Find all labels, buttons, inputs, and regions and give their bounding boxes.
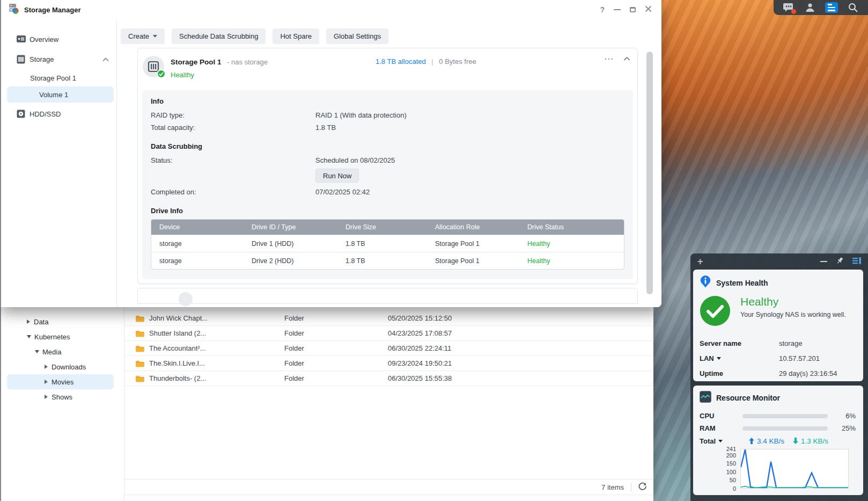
maximize-button[interactable] bbox=[630, 7, 636, 12]
col-allocation-role: Allocation Role bbox=[427, 220, 519, 235]
uptime-value: 29 day(s) 23:16:54 bbox=[779, 369, 857, 377]
widgets-icon-glyph bbox=[825, 2, 838, 13]
tree-item-media[interactable]: Media bbox=[0, 344, 124, 359]
health-description: Your Synology NAS is working well. bbox=[740, 310, 848, 320]
folder-icon bbox=[135, 345, 144, 352]
system-health-icon bbox=[700, 275, 711, 291]
storage-manager-window: Storage Manager ? Overview Storage bbox=[0, 0, 661, 307]
scrollbar-thumb[interactable] bbox=[646, 52, 653, 294]
total-capacity-value: 1.8 TB bbox=[315, 121, 624, 134]
file-row[interactable]: John Wick Chapt... Folder 05/20/2025 15:… bbox=[124, 311, 653, 326]
collapse-chevron-icon[interactable] bbox=[102, 55, 109, 63]
chart-plot bbox=[740, 449, 849, 489]
sidebar-item-storage[interactable]: Storage bbox=[0, 48, 116, 70]
file-modified: 04/23/2025 17:08:57 bbox=[388, 329, 653, 337]
resource-monitor-icon bbox=[700, 391, 711, 405]
completed-on-value: 07/02/2025 02:42 bbox=[315, 186, 624, 198]
cell-drive-status: Healthy bbox=[519, 252, 624, 269]
drive-info-table: Device Drive ID / Type Drive Size Alloca… bbox=[151, 219, 624, 270]
global-settings-button[interactable]: Global Settings bbox=[326, 28, 388, 44]
scrub-status-label: Status: bbox=[151, 154, 315, 166]
file-type: Folder bbox=[284, 344, 388, 352]
file-row[interactable]: Shutter Island (2... Folder 04/23/2025 1… bbox=[124, 326, 653, 341]
cell-allocation-role: Storage Pool 1 bbox=[427, 235, 519, 252]
titlebar[interactable]: Storage Manager ? bbox=[0, 0, 661, 19]
sidebar-item-overview[interactable]: Overview bbox=[0, 30, 116, 48]
col-drive-size: Drive Size bbox=[337, 220, 427, 235]
pool-subtitle: - nas storage bbox=[227, 58, 268, 66]
search-icon[interactable] bbox=[847, 2, 859, 13]
chart-y-tick: 0 bbox=[733, 485, 736, 492]
file-modified: 06/30/2025 22:24:11 bbox=[388, 344, 653, 352]
tree-item-kubernetes[interactable]: Kubernetes bbox=[0, 329, 124, 344]
tree-item-label: Data bbox=[34, 318, 48, 326]
storage-pool-header[interactable]: Storage Pool 1 - nas storage Healthy 1.8… bbox=[138, 48, 637, 90]
sidebar-item-label: Storage Pool 1 bbox=[30, 74, 76, 82]
cell-drive-status: Healthy bbox=[519, 235, 624, 252]
data-scrubbing-heading: Data Scrubbing bbox=[151, 142, 624, 150]
uptime-label: Uptime bbox=[700, 369, 779, 377]
file-name: John Wick Chapt... bbox=[149, 314, 208, 322]
total-label[interactable]: Total bbox=[700, 437, 716, 445]
lan-label[interactable]: LAN bbox=[700, 354, 714, 362]
lan-value: 10.57.57.201 bbox=[779, 354, 857, 362]
server-name-value: storage bbox=[779, 339, 857, 347]
close-button[interactable] bbox=[645, 5, 652, 14]
storage-pool-icon bbox=[143, 56, 164, 77]
create-button[interactable]: Create bbox=[121, 28, 165, 44]
chat-icon[interactable] bbox=[782, 2, 795, 13]
chevron-down-icon[interactable] bbox=[718, 440, 723, 442]
collapse-widgets-icon[interactable] bbox=[820, 261, 827, 262]
collapse-panel-icon[interactable] bbox=[623, 54, 630, 63]
uptime-row: Uptime 29 day(s) 23:16:54 bbox=[700, 366, 857, 381]
file-name: Thunderbolts- (2... bbox=[149, 374, 206, 382]
allocated-link[interactable]: 1.8 TB allocated bbox=[376, 57, 426, 66]
hot-spare-button[interactable]: Hot Spare bbox=[273, 28, 319, 44]
total-capacity-label: Total capacity: bbox=[151, 121, 315, 134]
tree-item-movies[interactable]: Movies bbox=[7, 374, 114, 389]
tree-item-data[interactable]: Data bbox=[0, 314, 124, 329]
window-title: Storage Manager bbox=[24, 6, 80, 14]
more-options-icon[interactable]: ⋯ bbox=[604, 54, 614, 63]
panel-layout-icon[interactable] bbox=[852, 257, 862, 267]
sidebar-item-storage-pool-1[interactable]: Storage Pool 1 bbox=[0, 70, 116, 86]
expand-arrow-icon[interactable] bbox=[45, 395, 48, 399]
file-row[interactable]: The Accountant²... Folder 06/30/2025 22:… bbox=[124, 341, 653, 356]
tree-item-downloads[interactable]: Downloads bbox=[0, 359, 124, 374]
chevron-down-icon[interactable] bbox=[717, 357, 721, 360]
add-widget-icon[interactable]: + bbox=[697, 257, 703, 266]
schedule-data-scrubbing-button[interactable]: Schedule Data Scrubbing bbox=[172, 28, 266, 44]
drive-row[interactable]: storage Drive 2 (HDD) 1.8 TB Storage Poo… bbox=[151, 252, 624, 269]
user-icon[interactable] bbox=[804, 2, 816, 13]
tree-item-shows[interactable]: Shows bbox=[0, 389, 124, 404]
toolbar: Create Schedule Data Scrubbing Hot Spare… bbox=[117, 19, 661, 44]
col-drive-id: Drive ID / Type bbox=[244, 220, 337, 235]
folder-icon bbox=[135, 315, 144, 322]
collapse-arrow-icon[interactable] bbox=[35, 350, 39, 353]
expand-arrow-icon[interactable] bbox=[27, 320, 30, 324]
widgets-toggle-icon[interactable] bbox=[825, 2, 838, 13]
screen-edge-shadow bbox=[0, 0, 1, 501]
file-type: Folder bbox=[284, 314, 388, 322]
sidebar-item-hdd-ssd[interactable]: HDD/SSD bbox=[0, 103, 116, 125]
chevron-down-icon bbox=[153, 35, 157, 38]
chart-y-tick: 241 bbox=[726, 446, 736, 453]
file-browser-window: Data Kubernetes Media Downloads Movies S… bbox=[0, 307, 653, 501]
folder-icon bbox=[135, 330, 144, 337]
expand-arrow-icon[interactable] bbox=[45, 380, 48, 384]
file-row[interactable]: The.Skin.I.Live.I... Folder 09/23/2024 1… bbox=[124, 356, 653, 371]
file-name: Shutter Island (2... bbox=[149, 329, 206, 337]
collapse-arrow-icon[interactable] bbox=[27, 335, 31, 338]
folder-tree: Data Kubernetes Media Downloads Movies S… bbox=[0, 307, 124, 501]
sidebar-item-volume-1[interactable]: Volume 1 bbox=[7, 86, 114, 103]
widgets-panel: + System Health Healthy Your Synology bbox=[690, 253, 868, 501]
pin-icon[interactable] bbox=[836, 257, 844, 267]
expand-arrow-icon[interactable] bbox=[45, 365, 48, 369]
refresh-icon[interactable] bbox=[638, 482, 647, 492]
help-button[interactable]: ? bbox=[600, 5, 605, 14]
minimize-button[interactable] bbox=[614, 9, 621, 10]
sidebar-item-label: Volume 1 bbox=[39, 91, 68, 99]
file-row[interactable]: Thunderbolts- (2... Folder 06/30/2025 15… bbox=[124, 371, 653, 386]
drive-row[interactable]: storage Drive 1 (HDD) 1.8 TB Storage Poo… bbox=[151, 235, 624, 252]
run-now-button[interactable]: Run Now bbox=[315, 169, 359, 183]
